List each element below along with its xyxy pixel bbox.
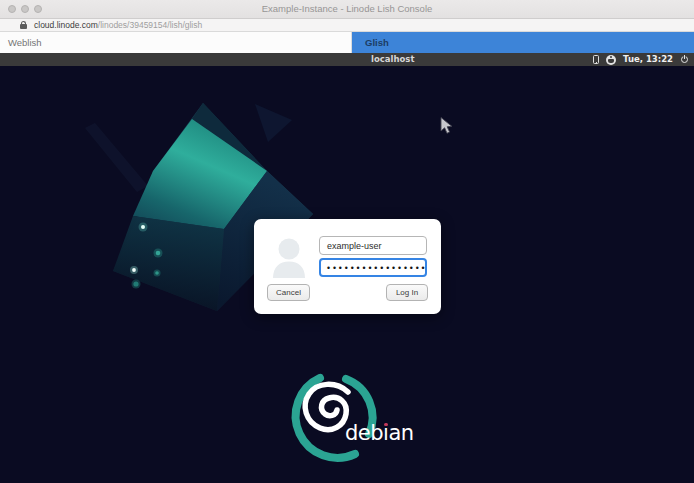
gnome-status-area: Tue, 13:22 [593,53,689,66]
login-button[interactable]: Log In [386,284,428,301]
username-value: example-user [327,241,382,251]
mouse-cursor [440,117,454,135]
window-title: Example-Instance - Linode Lish Console [0,0,694,18]
lock-body [20,24,27,29]
tab-glish[interactable]: Glish [352,32,694,53]
glish-console-screen: example-user •••••••••••••••••••• Cancel… [0,66,694,483]
clock-label[interactable]: Tue, 13:22 [623,53,673,66]
window-controls [8,5,42,13]
debian-logo: debıan [270,358,430,478]
url-path: /linodes/39459154/lish/glish [98,20,202,30]
tablet-icon[interactable] [593,55,599,64]
login-dialog: example-user •••••••••••••••••••• Cancel… [254,219,441,314]
username-input[interactable]: example-user [319,236,427,255]
debian-swirl-icon [270,358,430,478]
wordmark-pre: deb [345,421,383,445]
user-avatar-icon [271,238,307,278]
tab-weblish-label: Weblish [8,37,42,48]
lock-icon [20,21,27,30]
password-masked-value: •••••••••••••••••••• [326,263,427,273]
gnome-top-bar: localhost Tue, 13:22 [0,53,694,66]
accessibility-icon-head [610,56,613,59]
url-domain: cloud.linode.com [34,20,98,30]
debian-wordmark: debıan [345,421,414,445]
hostname-label: localhost [371,53,414,66]
window-titlebar: Example-Instance - Linode Lish Console [0,0,694,19]
power-icon[interactable] [680,55,689,64]
zoom-window-button[interactable] [34,5,42,13]
close-window-button[interactable] [8,5,16,13]
tab-glish-label: Glish [365,37,389,48]
cancel-button[interactable]: Cancel [267,284,310,301]
tab-weblish[interactable]: Weblish [0,32,352,53]
password-input[interactable]: •••••••••••••••••••• [319,258,427,277]
minimize-window-button[interactable] [21,5,29,13]
lish-tab-bar: Weblish Glish [0,32,694,53]
wordmark-i-reddot: ı [383,421,388,445]
url-text: cloud.linode.com/linodes/39459154/lish/g… [34,19,202,31]
address-bar[interactable]: cloud.linode.com/linodes/39459154/lish/g… [0,19,694,32]
accessibility-icon[interactable] [606,55,616,65]
screen: Example-Instance - Linode Lish Console c… [0,0,694,483]
wordmark-post: an [388,421,413,445]
accessibility-icon-body [608,59,613,63]
